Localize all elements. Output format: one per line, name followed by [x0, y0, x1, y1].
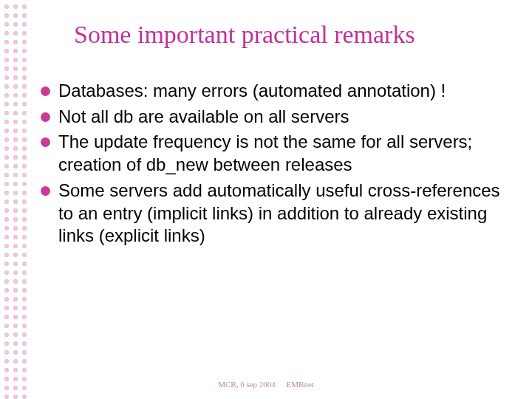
bullet-icon — [41, 112, 50, 122]
slide-title: Some important practical remarks — [74, 21, 502, 49]
bullet-list: Databases: many errors (automated annota… — [41, 80, 502, 250]
slide: Some important practical remarks Databas… — [0, 0, 532, 399]
list-item-text: Databases: many errors (automated annota… — [58, 80, 502, 103]
bullet-icon — [41, 137, 50, 147]
list-item-text: Not all db are available on all servers — [58, 106, 502, 129]
footer: MCB, 6 sep 2004 EMBnet — [0, 380, 532, 389]
footer-date: MCB, 6 sep 2004 — [218, 380, 276, 389]
list-item: Not all db are available on all servers — [41, 106, 502, 129]
list-item: The update frequency is not the same for… — [41, 131, 502, 176]
footer-org: EMBnet — [287, 380, 314, 389]
bullet-icon — [41, 186, 50, 196]
list-item-text: The update frequency is not the same for… — [58, 131, 502, 176]
bullet-icon — [41, 86, 50, 96]
list-item: Databases: many errors (automated annota… — [41, 80, 502, 103]
list-item: Some servers add automatically useful cr… — [41, 180, 502, 248]
list-item-text: Some servers add automatically useful cr… — [58, 180, 502, 248]
